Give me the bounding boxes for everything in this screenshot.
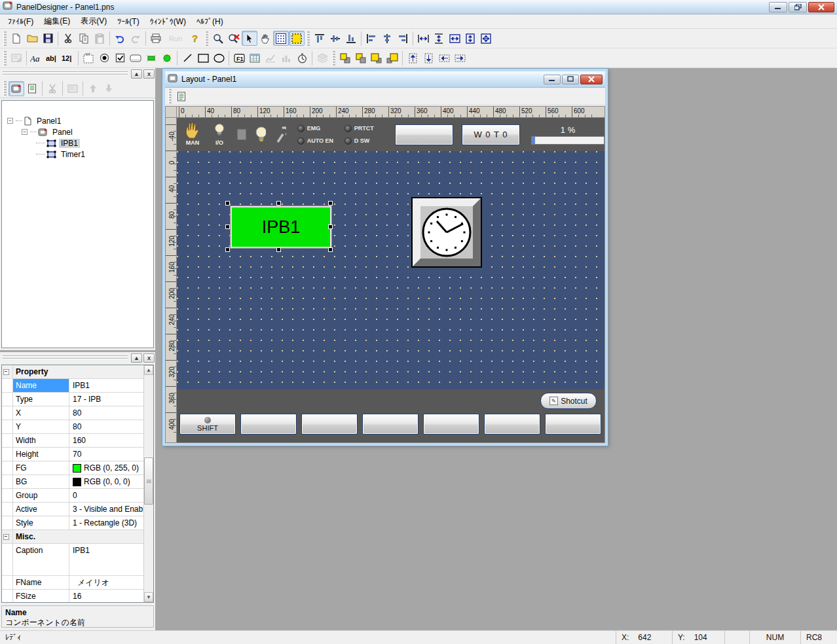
panel-close-icon[interactable]: x (143, 69, 155, 79)
close-button[interactable] (808, 2, 834, 12)
property-scrollbar[interactable]: ▲ ▼ (143, 365, 153, 602)
same-height-icon[interactable] (462, 31, 478, 46)
tree-item-ipb1[interactable]: IPB1 (2, 137, 153, 149)
function-button-3[interactable] (301, 414, 358, 435)
scroll-thumb[interactable] (144, 457, 153, 505)
selection-handle[interactable] (328, 247, 333, 252)
panel-grip[interactable] (3, 355, 128, 360)
panel-close-icon[interactable]: x (143, 353, 155, 363)
shotcut-button[interactable]: ✎ Shotcut (540, 393, 597, 409)
selection-handle[interactable] (225, 201, 230, 206)
function-key-icon[interactable]: F1 (231, 50, 247, 65)
hmi-woto-button[interactable]: W 0 T 0 (462, 124, 520, 145)
ellipse-icon[interactable] (211, 50, 227, 65)
run-button[interactable]: Run (164, 31, 187, 46)
function-button-4[interactable] (362, 414, 418, 435)
table-icon[interactable] (247, 50, 263, 65)
led-round-icon[interactable] (159, 50, 175, 65)
align-center-icon[interactable] (379, 31, 395, 46)
line-chart-icon[interactable] (263, 50, 278, 65)
fit-left-icon[interactable] (436, 50, 452, 65)
tree-item-panel1[interactable]: − Panel1 (2, 115, 153, 126)
menu-tools[interactable]: ﾂｰﾙ(T) (112, 15, 144, 28)
menu-edit[interactable]: 編集(E) (39, 14, 75, 29)
minimize-button[interactable] (769, 2, 787, 12)
toolbar-grip[interactable] (3, 81, 7, 96)
property-group-header[interactable]: − Property (2, 365, 153, 379)
scroll-down-icon[interactable]: ▼ (144, 592, 153, 602)
collapse-icon[interactable]: − (3, 369, 9, 375)
property-row-y[interactable]: Y80 (2, 420, 153, 434)
property-row-x[interactable]: X80 (2, 406, 153, 420)
zoom-icon[interactable] (210, 31, 226, 46)
layout-restore-button[interactable] (562, 75, 579, 84)
design-canvas[interactable]: IPB1 (177, 151, 604, 389)
property-row-fname[interactable]: FNameメイリオ (2, 576, 153, 590)
snap-grid-icon[interactable] (289, 31, 305, 46)
bring-to-front-icon[interactable] (337, 50, 353, 65)
menu-view[interactable]: 表示(V) (75, 14, 112, 29)
property-group-misc-header[interactable]: − Misc. (2, 530, 153, 544)
space-vertical-icon[interactable] (431, 31, 447, 46)
radio-button-icon[interactable] (96, 50, 112, 65)
selection-handle[interactable] (276, 201, 281, 206)
tree-item-timer1[interactable]: Timer1 (2, 149, 153, 160)
ipb1-button[interactable]: IPB1 (231, 206, 331, 248)
selection-handle[interactable] (276, 247, 281, 252)
property-row-caption[interactable]: CaptionIPB1 (2, 544, 153, 576)
page-view-icon[interactable] (24, 81, 40, 96)
property-row-width[interactable]: Width160 (2, 434, 153, 448)
checkbox-icon[interactable] (112, 50, 128, 65)
numeric-icon[interactable]: 12| (60, 50, 76, 65)
property-row-fsize[interactable]: FSize16 (2, 590, 153, 603)
property-row-fg[interactable]: FG RGB (0, 255, 0) (2, 461, 153, 475)
selection-handle[interactable] (225, 247, 230, 252)
fit-bottom-icon[interactable] (420, 50, 436, 65)
property-row-active[interactable]: Active3 - Visible and Enabl (2, 503, 153, 516)
panel-view-icon[interactable] (9, 81, 24, 96)
layout-minimize-button[interactable] (544, 75, 561, 84)
align-top-icon[interactable] (312, 31, 327, 46)
io-lamp-control[interactable]: I/O (210, 123, 229, 146)
collapse-icon[interactable]: − (22, 129, 28, 135)
grid-icon[interactable] (273, 31, 289, 46)
new-file-icon[interactable] (9, 31, 24, 46)
toolbar-grip[interactable] (3, 31, 7, 46)
bar-chart-icon[interactable] (278, 50, 294, 65)
panel-pin-icon[interactable]: ▲ (131, 353, 142, 363)
send-to-back-icon[interactable] (353, 50, 369, 65)
property-row-bg[interactable]: BG RGB (0, 0, 0) (2, 475, 153, 489)
indicator-auto-en[interactable]: AUTO EN (297, 135, 344, 147)
function-button-6[interactable] (484, 414, 540, 435)
align-bottom-icon[interactable] (343, 31, 359, 46)
toolbar-grip[interactable] (168, 89, 172, 103)
line-icon[interactable] (179, 50, 195, 65)
zoom-cancel-icon[interactable] (226, 31, 242, 46)
space-horizontal-icon[interactable] (415, 31, 431, 46)
align-left-icon[interactable] (363, 31, 379, 46)
property-row-type[interactable]: Type17 - IPB (2, 393, 153, 406)
cut-icon[interactable] (60, 31, 76, 46)
edit-component-icon[interactable] (65, 81, 81, 96)
hmi-blank-button[interactable] (395, 124, 453, 145)
bulb-icon-large[interactable] (255, 126, 265, 144)
panel-pin-icon[interactable]: ▲ (131, 69, 142, 79)
square-indicator[interactable] (237, 129, 246, 140)
help-icon[interactable]: ? (187, 31, 203, 46)
undo-icon[interactable] (112, 31, 128, 46)
wrench-icon[interactable] (274, 125, 286, 145)
scroll-up-icon[interactable]: ▲ (144, 365, 153, 375)
layout-close-button[interactable] (580, 75, 603, 84)
timer1-clock-widget[interactable] (411, 197, 482, 270)
led-rect-icon[interactable] (143, 50, 159, 65)
same-width-icon[interactable] (447, 31, 462, 46)
collapse-icon[interactable]: − (7, 118, 13, 124)
selection-handle[interactable] (328, 201, 333, 206)
property-row-style[interactable]: Style1 - Rectangle (3D) (2, 516, 153, 530)
label-icon[interactable]: ab| (45, 50, 60, 65)
manual-mode-control[interactable]: MAN (183, 123, 202, 146)
send-backward-icon[interactable] (384, 50, 400, 65)
selection-handle[interactable] (328, 224, 333, 229)
selection-handle[interactable] (225, 224, 230, 229)
copy-icon[interactable] (76, 31, 92, 46)
